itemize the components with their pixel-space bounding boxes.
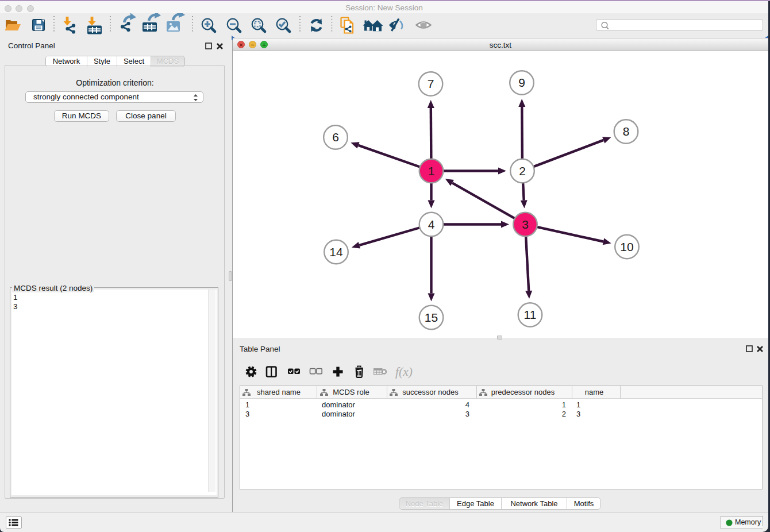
svg-text:14: 14: [329, 245, 343, 259]
svg-text:3: 3: [522, 218, 529, 231]
svg-text:1: 1: [428, 164, 435, 178]
svg-text:7: 7: [428, 77, 434, 90]
svg-text:f(x): f(x): [395, 365, 413, 379]
svg-text:9: 9: [518, 76, 525, 89]
svg-text:6: 6: [332, 130, 339, 144]
svg-text:8: 8: [623, 125, 630, 138]
svg-text:2: 2: [519, 164, 526, 178]
svg-text:11: 11: [524, 308, 537, 321]
svg-text:10: 10: [620, 240, 633, 253]
svg-text:15: 15: [425, 311, 438, 324]
svg-text:4: 4: [428, 218, 435, 231]
